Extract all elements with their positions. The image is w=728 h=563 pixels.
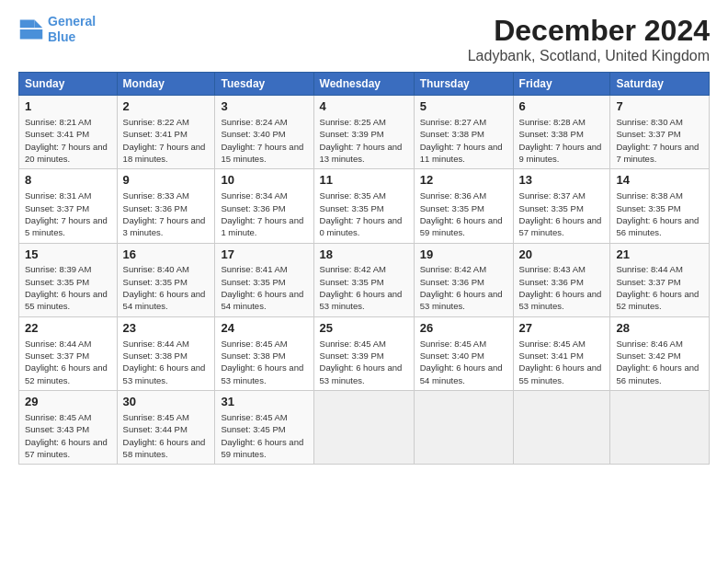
svg-rect-3	[20, 29, 43, 40]
day-detail: Sunrise: 8:34 AMSunset: 3:36 PMDaylight:…	[221, 190, 303, 237]
day-number: 8	[25, 173, 111, 189]
day-number: 22	[25, 321, 111, 337]
day-detail: Sunrise: 8:22 AMSunset: 3:41 PMDaylight:…	[123, 117, 206, 164]
svg-rect-2	[20, 19, 35, 28]
day-number: 10	[221, 173, 307, 189]
day-detail: Sunrise: 8:42 AMSunset: 3:35 PMDaylight:…	[320, 264, 403, 311]
day-number: 27	[519, 321, 605, 337]
logo-line1: General	[48, 14, 96, 29]
subtitle: Ladybank, Scotland, United Kingdom	[468, 48, 710, 64]
day-number: 14	[616, 173, 703, 189]
calendar-cell: 19 Sunrise: 8:42 AMSunset: 3:36 PMDaylig…	[414, 243, 513, 316]
day-number: 29	[25, 395, 111, 410]
calendar-cell: 23 Sunrise: 8:44 AMSunset: 3:38 PMDaylig…	[117, 316, 215, 390]
calendar-cell: 21 Sunrise: 8:44 AMSunset: 3:37 PMDaylig…	[610, 243, 710, 316]
day-detail: Sunrise: 8:21 AMSunset: 3:41 PMDaylight:…	[25, 117, 108, 164]
day-number: 1	[25, 99, 111, 115]
calendar-cell	[414, 391, 513, 465]
calendar-cell: 6 Sunrise: 8:28 AMSunset: 3:38 PMDayligh…	[513, 96, 610, 169]
day-detail: Sunrise: 8:45 AMSunset: 3:43 PMDaylight:…	[25, 412, 108, 459]
day-number: 20	[519, 247, 605, 263]
day-detail: Sunrise: 8:38 AMSunset: 3:35 PMDaylight:…	[616, 190, 699, 237]
calendar-week-row: 22 Sunrise: 8:44 AMSunset: 3:37 PMDaylig…	[19, 316, 710, 390]
calendar-cell: 31 Sunrise: 8:45 AMSunset: 3:45 PMDaylig…	[215, 391, 313, 465]
day-number: 17	[221, 247, 307, 263]
day-detail: Sunrise: 8:45 AMSunset: 3:45 PMDaylight:…	[221, 412, 303, 459]
calendar-cell: 13 Sunrise: 8:37 AMSunset: 3:35 PMDaylig…	[513, 169, 610, 243]
day-number: 4	[320, 99, 408, 115]
day-detail: Sunrise: 8:41 AMSunset: 3:35 PMDaylight:…	[221, 264, 303, 311]
calendar-cell: 16 Sunrise: 8:40 AMSunset: 3:35 PMDaylig…	[117, 243, 215, 316]
calendar-cell: 2 Sunrise: 8:22 AMSunset: 3:41 PMDayligh…	[117, 96, 215, 169]
calendar-week-row: 8 Sunrise: 8:31 AMSunset: 3:37 PMDayligh…	[19, 169, 710, 243]
calendar-cell: 8 Sunrise: 8:31 AMSunset: 3:37 PMDayligh…	[19, 169, 118, 243]
day-detail: Sunrise: 8:31 AMSunset: 3:37 PMDaylight:…	[25, 190, 108, 237]
day-detail: Sunrise: 8:45 AMSunset: 3:40 PMDaylight:…	[420, 339, 503, 385]
calendar-table: SundayMondayTuesdayWednesdayThursdayFrid…	[18, 72, 710, 465]
calendar-cell: 24 Sunrise: 8:45 AMSunset: 3:38 PMDaylig…	[215, 316, 313, 390]
day-number: 16	[123, 247, 210, 263]
calendar-cell: 25 Sunrise: 8:45 AMSunset: 3:39 PMDaylig…	[313, 316, 414, 390]
day-number: 15	[25, 247, 111, 263]
day-number: 3	[221, 99, 307, 115]
calendar-cell: 1 Sunrise: 8:21 AMSunset: 3:41 PMDayligh…	[19, 96, 118, 169]
day-detail: Sunrise: 8:33 AMSunset: 3:36 PMDaylight:…	[123, 190, 206, 237]
day-detail: Sunrise: 8:24 AMSunset: 3:40 PMDaylight:…	[221, 117, 303, 164]
day-detail: Sunrise: 8:45 AMSunset: 3:39 PMDaylight:…	[320, 339, 403, 385]
calendar-cell: 26 Sunrise: 8:45 AMSunset: 3:40 PMDaylig…	[414, 316, 513, 390]
logo-text: General Blue	[48, 14, 96, 45]
main-title: December 2024	[468, 14, 710, 48]
title-area: December 2024 Ladybank, Scotland, United…	[468, 14, 710, 64]
logo-line2: Blue	[48, 29, 75, 44]
day-number: 28	[616, 321, 703, 337]
day-detail: Sunrise: 8:27 AMSunset: 3:38 PMDaylight:…	[420, 117, 503, 164]
calendar-week-row: 29 Sunrise: 8:45 AMSunset: 3:43 PMDaylig…	[19, 391, 710, 465]
page-container: General Blue December 2024 Ladybank, Sco…	[0, 0, 728, 474]
header-day: Sunday	[19, 73, 118, 96]
calendar-cell: 7 Sunrise: 8:30 AMSunset: 3:37 PMDayligh…	[610, 96, 710, 169]
day-detail: Sunrise: 8:40 AMSunset: 3:35 PMDaylight:…	[123, 264, 206, 311]
day-detail: Sunrise: 8:44 AMSunset: 3:37 PMDaylight:…	[25, 339, 108, 385]
calendar-cell: 18 Sunrise: 8:42 AMSunset: 3:35 PMDaylig…	[313, 243, 414, 316]
calendar-cell: 20 Sunrise: 8:43 AMSunset: 3:36 PMDaylig…	[513, 243, 610, 316]
calendar-week-row: 1 Sunrise: 8:21 AMSunset: 3:41 PMDayligh…	[19, 96, 710, 169]
day-number: 9	[123, 173, 210, 189]
day-detail: Sunrise: 8:25 AMSunset: 3:39 PMDaylight:…	[320, 117, 403, 164]
header-row: SundayMondayTuesdayWednesdayThursdayFrid…	[19, 73, 710, 96]
day-detail: Sunrise: 8:44 AMSunset: 3:37 PMDaylight:…	[616, 264, 699, 311]
calendar-cell	[513, 391, 610, 465]
day-number: 26	[420, 321, 507, 337]
header-day: Wednesday	[313, 73, 414, 96]
calendar-cell: 15 Sunrise: 8:39 AMSunset: 3:35 PMDaylig…	[19, 243, 118, 316]
day-number: 23	[123, 321, 210, 337]
calendar-cell: 9 Sunrise: 8:33 AMSunset: 3:36 PMDayligh…	[117, 169, 215, 243]
day-detail: Sunrise: 8:44 AMSunset: 3:38 PMDaylight:…	[123, 339, 206, 385]
day-detail: Sunrise: 8:43 AMSunset: 3:36 PMDaylight:…	[519, 264, 602, 311]
day-number: 21	[616, 247, 703, 263]
calendar-cell: 17 Sunrise: 8:41 AMSunset: 3:35 PMDaylig…	[215, 243, 313, 316]
calendar-cell: 3 Sunrise: 8:24 AMSunset: 3:40 PMDayligh…	[215, 96, 313, 169]
calendar-cell: 4 Sunrise: 8:25 AMSunset: 3:39 PMDayligh…	[313, 96, 414, 169]
day-detail: Sunrise: 8:36 AMSunset: 3:35 PMDaylight:…	[420, 190, 503, 237]
header-day: Thursday	[414, 73, 513, 96]
day-detail: Sunrise: 8:30 AMSunset: 3:37 PMDaylight:…	[616, 117, 699, 164]
calendar-cell: 12 Sunrise: 8:36 AMSunset: 3:35 PMDaylig…	[414, 169, 513, 243]
header-day: Saturday	[610, 73, 710, 96]
calendar-cell: 5 Sunrise: 8:27 AMSunset: 3:38 PMDayligh…	[414, 96, 513, 169]
day-detail: Sunrise: 8:39 AMSunset: 3:35 PMDaylight:…	[25, 264, 108, 311]
day-number: 12	[420, 173, 507, 189]
calendar-week-row: 15 Sunrise: 8:39 AMSunset: 3:35 PMDaylig…	[19, 243, 710, 316]
day-number: 13	[519, 173, 605, 189]
day-detail: Sunrise: 8:45 AMSunset: 3:41 PMDaylight:…	[519, 339, 602, 385]
calendar-cell: 30 Sunrise: 8:45 AMSunset: 3:44 PMDaylig…	[117, 391, 215, 465]
day-number: 2	[123, 99, 210, 115]
day-number: 18	[320, 247, 408, 263]
header-day: Monday	[117, 73, 215, 96]
calendar-cell: 27 Sunrise: 8:45 AMSunset: 3:41 PMDaylig…	[513, 316, 610, 390]
day-detail: Sunrise: 8:35 AMSunset: 3:35 PMDaylight:…	[320, 190, 403, 237]
calendar-cell: 28 Sunrise: 8:46 AMSunset: 3:42 PMDaylig…	[610, 316, 710, 390]
day-detail: Sunrise: 8:37 AMSunset: 3:35 PMDaylight:…	[519, 190, 602, 237]
logo-icon	[18, 17, 44, 42]
day-number: 5	[420, 99, 507, 115]
calendar-cell: 14 Sunrise: 8:38 AMSunset: 3:35 PMDaylig…	[610, 169, 710, 243]
